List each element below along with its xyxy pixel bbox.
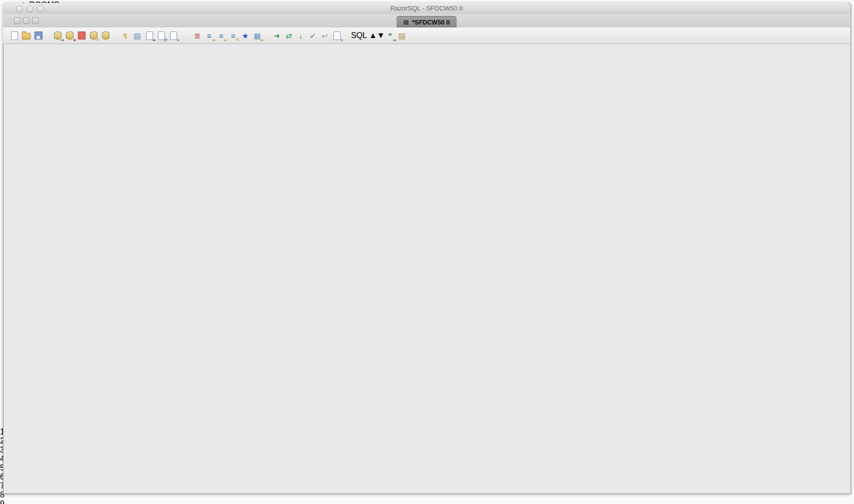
format-sql-icon[interactable]: ≡✎	[228, 30, 238, 41]
frame-buttons	[14, 18, 38, 24]
export-results-icon[interactable]: ➜	[144, 30, 154, 41]
execute-sql-icon[interactable]: ↯	[120, 30, 130, 41]
document-tab[interactable]: ⊠ *SFDCW50 II	[396, 16, 457, 28]
next-results-icon[interactable]: ≡➜	[204, 30, 214, 41]
window-title: RazorSQL - SFDCW50 II	[3, 3, 850, 14]
frame-close-button[interactable]	[32, 18, 38, 24]
frame-restore-button[interactable]	[23, 18, 30, 24]
rollback-icon[interactable]: ↩	[320, 30, 330, 41]
close-connection-icon[interactable]	[76, 30, 87, 41]
result-list-icon[interactable]: ≣	[192, 30, 202, 41]
query-list-icon[interactable]: ▤	[397, 30, 408, 41]
new-connection-icon[interactable]: ✦	[88, 30, 99, 41]
commit-icon[interactable]: ✔	[308, 30, 318, 41]
help-book-icon[interactable]	[180, 30, 190, 41]
edit-table-data-icon[interactable]: ▦➜	[252, 30, 262, 41]
toolbar-group: ➜●✦	[52, 30, 111, 41]
main-toolbar: ➜●✦↯▤➜⟳≡≣≡➜≡↞≡✎★▦➜➜⇄↓✔↩≡ SQL ▲▼ ❝➜▤	[3, 28, 850, 44]
screen: RazorSQL - SFDCW50 II ⊠ *SFDCW50 II ➜●✦↯…	[0, 0, 854, 504]
connection-icon[interactable]	[100, 30, 111, 41]
document-tab-label: *SFDCW50 II	[412, 19, 450, 26]
save-icon[interactable]	[33, 30, 44, 41]
line-number: 9	[0, 500, 854, 504]
open-file-icon[interactable]	[21, 30, 32, 41]
title-bar[interactable]: RazorSQL - SFDCW50 II	[3, 3, 850, 14]
view-text-icon[interactable]: ≡	[168, 30, 178, 41]
favorites-icon[interactable]: ★	[240, 30, 250, 41]
toolbar-icon-groups: ➜●✦↯▤➜⟳≡≣≡➜≡↞≡✎★▦➜➜⇄↓✔↩≡	[9, 30, 351, 41]
document-tab-strip: ⊠ *SFDCW50 II	[3, 14, 850, 28]
new-file-icon[interactable]	[9, 30, 20, 41]
statement-type-value: SQL	[351, 31, 366, 40]
refresh-query-icon[interactable]: ⟳	[156, 30, 166, 41]
toolbar-group	[9, 30, 44, 41]
prev-results-icon[interactable]: ≡↞	[216, 30, 226, 41]
statement-type-select[interactable]: SQL ▲▼	[351, 31, 385, 40]
toolbar-group: ↯▤➜⟳≡≣≡➜≡↞≡✎★▦➜	[120, 30, 262, 41]
fetch-more-icon[interactable]: ↓	[296, 30, 306, 41]
close-document-icon[interactable]: ⊠	[404, 18, 409, 26]
sql-history-icon[interactable]: ≡	[332, 30, 342, 41]
app-window	[3, 3, 851, 494]
toolbar-icon-groups-right: ❝➜▤	[385, 30, 416, 41]
import-data-icon[interactable]: ➜	[52, 30, 63, 41]
disconnect-icon[interactable]: ●	[64, 30, 75, 41]
toolbar-group: ❝➜▤	[385, 30, 408, 41]
frame-minimize-button[interactable]	[14, 18, 20, 24]
describe-table-icon[interactable]: ▤	[132, 30, 142, 41]
switch-connection-icon[interactable]: ⇄	[284, 30, 294, 41]
stepper-icon: ▲▼	[369, 31, 385, 40]
execute-forward-icon[interactable]: ➜	[272, 30, 282, 41]
toolbar-group: ➜⇄↓✔↩≡	[272, 30, 342, 41]
find-text-icon[interactable]: ❝➜	[385, 30, 396, 41]
